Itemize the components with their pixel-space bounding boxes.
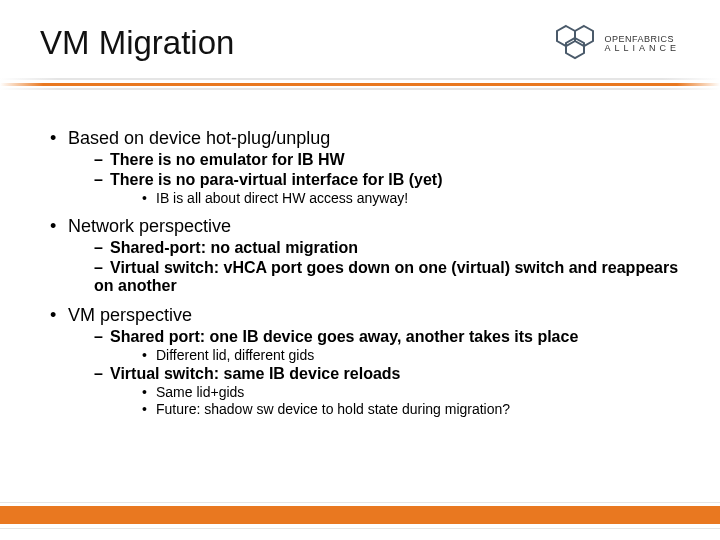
bullet-dash-icon: – [94,239,110,257]
bullet-level-0: •VM perspective [50,305,680,326]
bullet-level-0: •Network perspective [50,216,680,237]
bullet-dash-icon: – [94,328,110,346]
bullet-text: Network perspective [68,216,231,236]
bullet-level-1: –There is no para-virtual interface for … [94,171,680,189]
bullet-text: There is no para-virtual interface for I… [110,171,443,188]
bullet-level-1: –Shared port: one IB device goes away, a… [94,328,680,346]
bullet-text: Same lid+gids [156,384,244,400]
bullet-text: There is no emulator for IB HW [110,151,345,168]
bullet-dot-icon: • [142,401,156,417]
bullet-level-1: –There is no emulator for IB HW [94,151,680,169]
bullet-dot-icon: • [50,305,68,326]
bullet-text: VM perspective [68,305,192,325]
bullet-level-1: –Virtual switch: vHCA port goes down on … [94,259,680,295]
slide-body: •Based on device hot-plug/unplug–There i… [50,118,680,417]
bullet-dash-icon: – [94,171,110,189]
bullet-text: Future: shadow sw device to hold state d… [156,401,510,417]
bullet-text: IB is all about direct HW access anyway! [156,190,408,206]
logo-label-bottom: ALLIANCE [604,44,680,53]
bullet-dash-icon: – [94,151,110,169]
logo: OPENFABRICS ALLIANCE [554,24,680,64]
logo-text: OPENFABRICS ALLIANCE [604,35,680,53]
bullet-text: Virtual switch: vHCA port goes down on o… [94,259,678,294]
bullet-level-0: •Based on device hot-plug/unplug [50,128,680,149]
bullet-dot-icon: • [142,190,156,206]
bullet-level-2: •Same lid+gids [142,384,680,400]
bullet-text: Virtual switch: same IB device reloads [110,365,401,382]
bullet-text: Shared-port: no actual migration [110,239,358,256]
bullet-level-2: •Future: shadow sw device to hold state … [142,401,680,417]
footer-bar [0,506,720,524]
bullet-level-1: –Shared-port: no actual migration [94,239,680,257]
header: VM Migration OPENFABRICS ALLIANCE [0,24,720,64]
bullet-dot-icon: • [142,347,156,363]
bullet-dot-icon: • [142,384,156,400]
bullet-level-2: •IB is all about direct HW access anyway… [142,190,680,206]
bullet-level-1: –Virtual switch: same IB device reloads [94,365,680,383]
bullet-level-2: •Different lid, different gids [142,347,680,363]
hex-logo-icon [554,24,598,64]
bullet-text: Different lid, different gids [156,347,314,363]
bullet-text: Based on device hot-plug/unplug [68,128,330,148]
slide: VM Migration OPENFABRICS ALLIANCE •Based… [0,0,720,540]
slide-title: VM Migration [40,24,234,62]
bullet-dot-icon: • [50,216,68,237]
bullet-dot-icon: • [50,128,68,149]
bullet-dash-icon: – [94,259,110,277]
bullet-text: Shared port: one IB device goes away, an… [110,328,578,345]
bullet-dash-icon: – [94,365,110,383]
title-divider [0,78,720,86]
